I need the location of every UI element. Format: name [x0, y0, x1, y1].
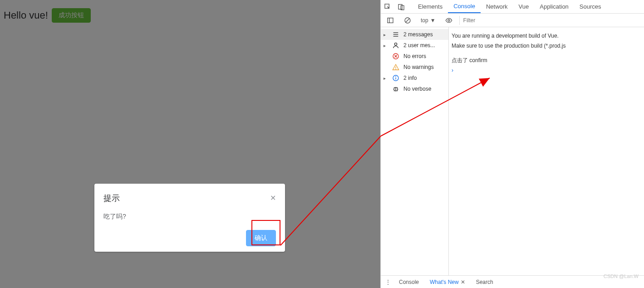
live-expression-icon[interactable]: [442, 14, 456, 27]
sidebar-item-user-messages[interactable]: ▸ 2 user mes...: [381, 40, 448, 51]
sidebar-item-verbose[interactable]: No verbose: [381, 83, 448, 94]
dialog-body: 吃了吗?: [94, 208, 285, 230]
sidebar-item-warnings[interactable]: No warnings: [381, 62, 448, 73]
kebab-icon[interactable]: ⋮: [383, 275, 393, 288]
clear-console-icon[interactable]: [401, 14, 414, 27]
bug-icon: [392, 85, 400, 93]
devtools-topbar: Elements Console Network Vue Application…: [381, 0, 644, 14]
svg-line-8: [406, 19, 409, 22]
sidebar-toggle-icon[interactable]: [383, 14, 397, 27]
svg-line-26: [394, 88, 394, 88]
dialog-title: 提示: [103, 193, 120, 204]
user-icon: [392, 42, 400, 49]
svg-point-13: [394, 43, 397, 45]
list-icon: [392, 31, 400, 38]
tab-vue[interactable]: Vue: [513, 0, 535, 13]
confirm-button[interactable]: 确认: [246, 230, 276, 246]
chevron-right-icon: ▸: [383, 76, 388, 81]
svg-rect-5: [388, 18, 393, 23]
close-icon[interactable]: ✕: [461, 279, 465, 285]
drawer-tab-search[interactable]: Search: [472, 276, 498, 288]
tab-sources[interactable]: Sources: [574, 0, 607, 13]
warning-icon: [392, 63, 400, 71]
filter-input[interactable]: [459, 16, 641, 25]
console-prompt-icon[interactable]: ›: [452, 65, 644, 74]
tab-console[interactable]: Console: [448, 0, 481, 13]
app-viewport: Hello vue! 成功按钮 提示 ✕ 吃了吗? 确认: [0, 0, 381, 288]
context-selector[interactable]: top ▼: [418, 17, 438, 24]
svg-line-29: [397, 90, 398, 91]
console-output[interactable]: You are running a development build of V…: [449, 27, 644, 275]
error-icon: [392, 53, 400, 60]
chevron-down-icon: ▼: [430, 17, 436, 24]
console-log: 点击了 confirm: [452, 55, 644, 65]
console-log: You are running a development build of V…: [452, 31, 644, 41]
sidebar-item-label: No errors: [403, 53, 426, 59]
watermark: CSDN @Lan.W: [604, 273, 639, 279]
console-toolbar: top ▼: [381, 14, 644, 27]
close-icon[interactable]: ✕: [270, 195, 276, 202]
sidebar-item-info[interactable]: ▸ 2 info: [381, 73, 448, 83]
inspect-icon[interactable]: [381, 0, 394, 14]
svg-point-18: [396, 69, 396, 69]
svg-rect-3: [398, 4, 402, 9]
drawer-tab-whatsnew[interactable]: What's New ✕: [425, 276, 470, 288]
sidebar-item-label: No verbose: [403, 86, 431, 92]
context-selector-label: top: [421, 17, 428, 24]
tab-elements[interactable]: Elements: [413, 0, 448, 13]
tab-network[interactable]: Network: [481, 0, 513, 13]
svg-point-9: [448, 20, 450, 21]
sidebar-item-label: No warnings: [403, 64, 434, 70]
devtools-panel: Elements Console Network Vue Application…: [381, 0, 644, 288]
dialog: 提示 ✕ 吃了吗? 确认: [94, 184, 285, 252]
chevron-right-icon: ▸: [383, 32, 388, 37]
chevron-right-icon: ▸: [383, 43, 388, 48]
sidebar-item-errors[interactable]: No errors: [381, 51, 448, 62]
console-sidebar: ▸ 2 messages ▸ 2 user mes... No errors: [381, 27, 449, 275]
svg-line-28: [394, 90, 394, 91]
info-icon: [392, 74, 400, 82]
svg-line-27: [397, 88, 398, 88]
sidebar-item-messages[interactable]: ▸ 2 messages: [381, 29, 448, 40]
svg-point-21: [396, 77, 396, 77]
sidebar-item-label: 2 info: [403, 75, 417, 81]
drawer-tab-console[interactable]: Console: [394, 276, 423, 288]
device-toolbar-icon[interactable]: [394, 0, 408, 14]
sidebar-item-label: 2 messages: [403, 31, 433, 38]
sidebar-item-label: 2 user mes...: [403, 42, 435, 49]
tab-application[interactable]: Application: [534, 0, 574, 13]
drawer-tab-label: What's New: [430, 279, 459, 285]
console-log: Make sure to use the production build (*…: [452, 41, 644, 51]
